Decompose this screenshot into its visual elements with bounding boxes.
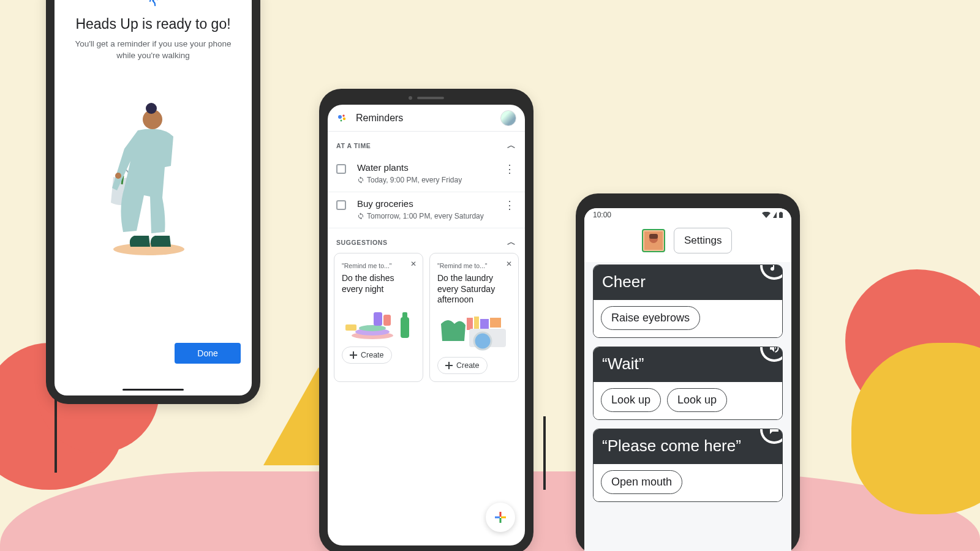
chip-raise-eyebrows[interactable]: Raise eyebrows [601, 306, 700, 330]
phone-switches: 10:00 Settings Cheer Raise eyebrows [576, 193, 800, 551]
svg-rect-16 [402, 312, 407, 318]
reminder-name: Water plants [357, 162, 409, 173]
checkbox[interactable] [336, 164, 346, 174]
chip-look-up[interactable]: Look up [667, 388, 727, 412]
svg-rect-28 [779, 212, 783, 218]
done-button[interactable]: Done [175, 343, 241, 364]
headsup-title: Heads Up is ready to go! [66, 16, 241, 32]
svg-point-6 [342, 114, 344, 116]
reminders-header: Reminders [328, 105, 525, 132]
chevron-up-icon[interactable]: ︿ [507, 140, 516, 151]
svg-rect-15 [401, 317, 409, 338]
reminder-meta: Today, 9:00 PM, every Friday [367, 176, 462, 184]
checkbox[interactable] [336, 200, 346, 210]
reminder-meta: Tomorrow, 1:00 PM, every Saturday [367, 212, 484, 220]
svg-rect-19 [480, 319, 489, 329]
settings-button[interactable]: Settings [674, 228, 732, 253]
svg-rect-29 [780, 212, 782, 213]
more-icon[interactable]: ⋮ [503, 200, 516, 211]
svg-rect-13 [374, 312, 382, 326]
bg-trunk-left [55, 399, 57, 473]
plus-multicolor-icon [494, 511, 507, 524]
create-button[interactable]: Create [437, 357, 488, 374]
status-bar: 10:00 [584, 208, 791, 222]
card-title: “Please come here” [594, 429, 782, 464]
svg-rect-18 [474, 317, 479, 330]
svg-point-12 [359, 325, 386, 331]
phone-notch [409, 96, 444, 100]
phone-headsup: Heads Up is ready to go! You'll get a re… [46, 0, 260, 404]
suggestion-hint: "Remind me to..." [437, 262, 488, 269]
walking-icon [147, 0, 159, 10]
svg-rect-25 [500, 518, 502, 523]
fab-add[interactable] [486, 503, 515, 532]
svg-rect-14 [383, 315, 391, 326]
walking-illustration [66, 86, 241, 258]
card-title: Cheer [594, 265, 782, 300]
reminder-item[interactable]: Buy groceries Tomorrow, 1:00 PM, every S… [328, 192, 525, 228]
home-indicator [123, 389, 184, 391]
repeat-icon [357, 176, 364, 184]
section-suggestions: SUGGESTIONS [336, 239, 388, 246]
chevron-up-icon[interactable]: ︿ [507, 237, 516, 248]
section-at-a-time: AT A TIME [336, 142, 371, 149]
more-icon[interactable]: ⋮ [503, 163, 516, 174]
profile-avatar[interactable] [642, 229, 665, 252]
svg-point-8 [341, 119, 342, 121]
repeat-icon [357, 212, 364, 220]
create-button[interactable]: Create [342, 347, 392, 364]
reminder-item[interactable]: Water plants Today, 9:00 PM, every Frida… [328, 156, 525, 192]
suggestion-text: Do the laundry every Saturday afternoon [437, 273, 511, 305]
svg-rect-17 [467, 318, 473, 330]
svg-point-5 [338, 115, 342, 119]
signal-icon [773, 212, 777, 218]
action-card-please-come-here: “Please come here” Open mouth [593, 429, 783, 502]
chip-open-mouth[interactable]: Open mouth [601, 470, 682, 494]
suggestion-card: "Remind me to..." ✕ Do the dishes every … [334, 253, 423, 382]
svg-rect-26 [495, 517, 500, 519]
laundry-illustration [437, 309, 511, 351]
reminders-title: Reminders [356, 113, 403, 124]
avatar[interactable] [500, 110, 516, 126]
bg-trunk-mid [543, 416, 546, 490]
plus-icon [350, 351, 357, 359]
close-icon[interactable]: ✕ [506, 260, 512, 268]
suggestion-hint: "Remind me to..." [342, 262, 392, 269]
svg-point-3 [146, 103, 157, 114]
svg-rect-24 [500, 512, 502, 517]
close-icon[interactable]: ✕ [410, 260, 417, 268]
chip-look-up[interactable]: Look up [601, 388, 661, 412]
dishes-illustration [342, 299, 415, 340]
headsup-subtitle: You'll get a reminder if you use your ph… [66, 39, 241, 62]
svg-rect-9 [345, 324, 356, 331]
battery-icon [779, 212, 783, 218]
reminder-name: Buy groceries [357, 198, 413, 209]
phone-reminders: Reminders AT A TIME ︿ Water plants Today… [319, 89, 533, 551]
svg-rect-20 [490, 318, 501, 328]
action-card-cheer: Cheer Raise eyebrows [593, 264, 783, 338]
status-time: 10:00 [593, 211, 611, 219]
plus-icon [445, 362, 453, 369]
suggestion-text: Do the dishes every night [342, 273, 415, 295]
card-title: “Wait” [594, 347, 782, 382]
svg-point-7 [343, 117, 345, 119]
wifi-icon [762, 212, 771, 218]
suggestion-card: "Remind me to..." ✕ Do the laundry every… [429, 253, 519, 382]
svg-rect-32 [649, 234, 658, 239]
action-card-wait: “Wait” Look up Look up [593, 347, 783, 420]
svg-point-4 [115, 173, 121, 179]
svg-rect-27 [501, 517, 506, 519]
assistant-icon [336, 113, 347, 124]
